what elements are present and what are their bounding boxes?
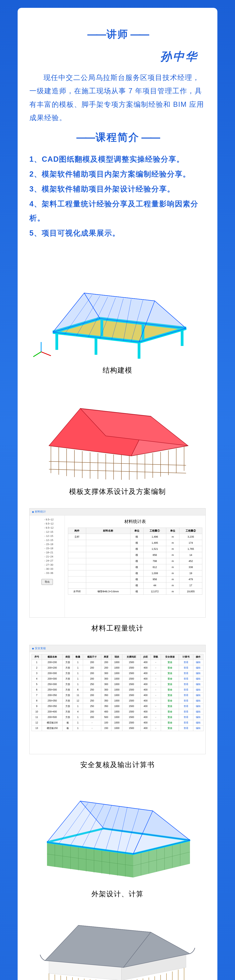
- table-row[interactable]: 4200×300方形120030010001500400-安全查看编辑: [32, 676, 203, 681]
- table-row[interactable]: 根798m452: [68, 558, 202, 564]
- table-row[interactable]: 水平杆钢管Φ48.3×3.6mm根12,072m19,855: [68, 589, 202, 595]
- cell[interactable]: 查看: [179, 698, 193, 703]
- table-row[interactable]: 3200×300方形120030010001500400-安全查看编辑: [32, 670, 203, 676]
- cell[interactable]: 查看: [179, 703, 193, 709]
- tree-item[interactable]: - 15~18: [32, 542, 63, 546]
- tree-item[interactable]: - 18~21: [32, 550, 63, 555]
- cell: 方形: [63, 692, 73, 698]
- export-button[interactable]: 导出: [41, 579, 53, 585]
- table-row[interactable]: 根1,521m1,765: [68, 546, 202, 552]
- cell: 338: [179, 564, 202, 570]
- col-header: 构件: [68, 528, 86, 534]
- cell: 1: [73, 725, 83, 731]
- tree-item[interactable]: - 9.5~12: [32, 526, 63, 530]
- figure-safety-check: ◆ 安全复核 序号截面名称类型数量截面尺寸厚度现状支撑间距步距荷载安全复核计算书…: [29, 645, 206, 770]
- cell: [86, 552, 130, 558]
- table-row[interactable]: 立杆根1,496m3,235: [68, 534, 202, 540]
- table-row[interactable]: 根956m479: [68, 576, 202, 582]
- tree-item[interactable]: - 21~24: [32, 555, 63, 558]
- tree-item[interactable]: - 9.5~12: [32, 517, 63, 522]
- cell[interactable]: 编辑: [193, 698, 203, 703]
- cell[interactable]: 编辑: [193, 714, 203, 720]
- cell: -: [151, 665, 161, 670]
- cell: 安全: [161, 725, 179, 731]
- cell: 1,521: [143, 546, 166, 552]
- cell: 1000: [111, 665, 122, 670]
- cell: -: [151, 720, 161, 725]
- cell[interactable]: 查看: [179, 665, 193, 670]
- cell[interactable]: 查看: [179, 725, 193, 731]
- cell[interactable]: 查看: [179, 660, 193, 665]
- cell: -: [151, 714, 161, 720]
- cell: 楼层板150: [42, 725, 63, 731]
- cell[interactable]: 编辑: [193, 676, 203, 681]
- section-title-course: 课程简介: [29, 130, 206, 144]
- tree-item[interactable]: - 15~18: [32, 546, 63, 550]
- table-row[interactable]: 5250×300方形125030010001500400-安全查看编辑: [32, 681, 203, 687]
- tree-item[interactable]: - 33~36: [32, 571, 63, 575]
- cell: [68, 564, 86, 570]
- table-row[interactable]: 7200×350方形1120035010001500400-安全查看编辑: [32, 692, 203, 698]
- cell[interactable]: 查看: [179, 676, 193, 681]
- figure-material-stats: ◆ 材料统计 - 9.5~12 - 9.5~12 - 9.5~12 - 12~1…: [29, 508, 206, 633]
- figure-caption: 外架设计、计算: [29, 889, 206, 899]
- cell: [86, 564, 130, 570]
- cell[interactable]: 查看: [179, 714, 193, 720]
- cell: 452: [179, 558, 202, 564]
- cell: 安全: [161, 681, 179, 687]
- table-row[interactable]: 13楼层板150板1-15010001500400-安全查看编辑: [32, 725, 203, 731]
- cell[interactable]: 编辑: [193, 687, 203, 692]
- tree-item[interactable]: - 30~33: [32, 567, 63, 571]
- table-row[interactable]: 根1,495m174: [68, 540, 202, 546]
- table-row[interactable]: 8250×350方形1225035010001500400-安全查看编辑: [32, 698, 203, 703]
- cell: 174: [179, 540, 202, 546]
- table-row[interactable]: 1200×200方形120020010001500400-安全查看编辑: [32, 660, 203, 665]
- cell[interactable]: 编辑: [193, 660, 203, 665]
- tree-item[interactable]: - 27~30: [32, 563, 63, 567]
- tree-item[interactable]: - 9.5~12: [32, 522, 63, 526]
- table-row[interactable]: 2200×200方形120020010001500400-安全查看编辑: [32, 665, 203, 670]
- cell[interactable]: 编辑: [193, 692, 203, 698]
- cell[interactable]: 编辑: [193, 665, 203, 670]
- cell: 1500: [122, 681, 140, 687]
- cell[interactable]: 查看: [179, 709, 193, 714]
- cell[interactable]: 查看: [179, 692, 193, 698]
- cell[interactable]: 编辑: [193, 681, 203, 687]
- tree-panel[interactable]: - 9.5~12 - 9.5~12 - 9.5~12 - 12~15 - 12~…: [30, 515, 65, 617]
- cell[interactable]: 编辑: [193, 703, 203, 709]
- cell[interactable]: 查看: [179, 681, 193, 687]
- cell[interactable]: 查看: [179, 687, 193, 692]
- cell[interactable]: 查看: [179, 720, 193, 725]
- tree-item[interactable]: - 12~15: [32, 530, 63, 534]
- cell: [86, 558, 130, 564]
- cell: 400: [140, 714, 151, 720]
- cell: 1,496: [143, 534, 166, 540]
- cell: [86, 546, 130, 552]
- table-row[interactable]: 9250×350方形125035010001500400-安全查看编辑: [32, 703, 203, 709]
- table-row[interactable]: 12楼层板100板1-10010001500400-安全查看编辑: [32, 720, 203, 725]
- table-row[interactable]: 11200×500方形120050010001500400-安全查看编辑: [32, 714, 203, 720]
- cell[interactable]: 编辑: [193, 720, 203, 725]
- cell: 1500: [122, 687, 140, 692]
- cell: 方形: [63, 676, 73, 681]
- table-row[interactable]: 根856m14: [68, 552, 202, 558]
- cell[interactable]: 编辑: [193, 670, 203, 676]
- safety-check-table: 序号截面名称类型数量截面尺寸厚度现状支撑间距步距荷载安全复核计算书操作 1200…: [32, 654, 203, 731]
- cell: 856: [143, 552, 166, 558]
- tree-item[interactable]: - 12~15: [32, 538, 63, 542]
- external-scaffold-image: [29, 781, 206, 883]
- table-row[interactable]: 10200×400方形420040010001500400-安全查看编辑: [32, 709, 203, 714]
- cell: 350: [101, 692, 111, 698]
- tree-item[interactable]: - 12~15: [32, 534, 63, 538]
- svg-line-20: [41, 352, 51, 356]
- cell: 19: [179, 570, 202, 576]
- table-row[interactable]: 根612m338: [68, 564, 202, 570]
- tree-item[interactable]: - 24~27: [32, 558, 63, 563]
- cell[interactable]: 查看: [179, 670, 193, 676]
- table-row[interactable]: 根1,008m19: [68, 570, 202, 576]
- cell: 200: [101, 665, 111, 670]
- table-row[interactable]: 根44m17: [68, 582, 202, 589]
- cell[interactable]: 编辑: [193, 725, 203, 731]
- cell[interactable]: 编辑: [193, 709, 203, 714]
- table-row[interactable]: 6250×300方形625030010001500400-安全查看编辑: [32, 687, 203, 692]
